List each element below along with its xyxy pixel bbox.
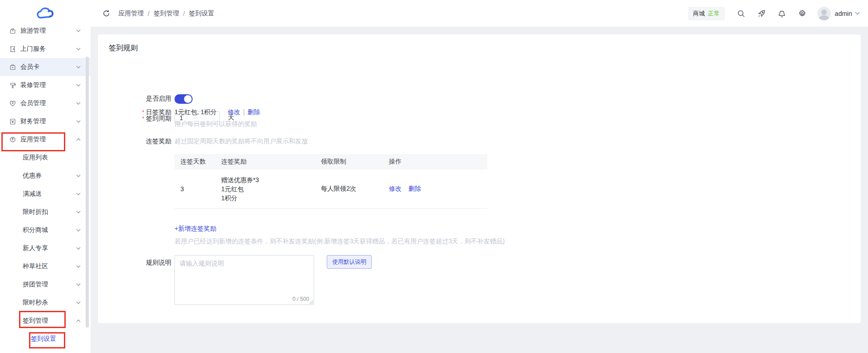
streak-reward-note: 若用户已经达到新增的连签条件，则不补发连奖励(例:新增连签3天获得赠品，若已有用… <box>175 237 582 246</box>
table-col-header-2: 连签奖励 <box>221 158 321 166</box>
breadcrumb-item-2[interactable]: 签到管理 <box>154 10 179 18</box>
rule-desc-field: 0 / 500 <box>175 255 314 305</box>
sidebar-item-label: 旅游管理 <box>20 27 46 35</box>
breadcrumb-separator: / <box>183 10 185 17</box>
sidebar-item-2[interactable]: 上门服务 <box>0 40 91 58</box>
sidebar-item-9[interactable]: 优惠券 <box>0 167 91 185</box>
sidebar-item-label: 优惠券 <box>23 172 42 180</box>
cell-days: 3 <box>175 185 221 193</box>
sidebar-scrollbar-thumb[interactable] <box>86 57 89 328</box>
decoration-icon <box>9 82 16 89</box>
avatar[interactable] <box>817 7 831 20</box>
table-col-header-3: 领取限制 <box>321 158 389 166</box>
sidebar-item-4[interactable]: 装修管理 <box>0 76 91 94</box>
sidebar-item-12[interactable]: 积分商城 <box>0 221 91 239</box>
chevron-down-icon <box>76 48 81 50</box>
sidebar-item-label: 限时秒杀 <box>23 299 48 307</box>
daily-delete-link[interactable]: 删除 <box>247 108 260 116</box>
sidebar-item-8[interactable]: 应用列表 <box>0 149 91 167</box>
chevron-down-icon <box>76 193 81 195</box>
char-counter: 0 / 500 <box>292 296 309 302</box>
toggle-knob <box>184 95 192 103</box>
sidebar-item-6[interactable]: 财务管理 <box>0 112 91 131</box>
daily-reward-value: 1元红包, 1积分 <box>175 108 217 116</box>
chevron-up-icon <box>76 319 81 322</box>
sidebar-item-17[interactable]: 签到管理 <box>0 312 91 330</box>
breadcrumb-item-1[interactable]: 应用管理 <box>118 10 144 18</box>
breadcrumb-separator: / <box>148 10 150 17</box>
refresh-icon[interactable] <box>102 10 110 17</box>
streak-reward-help: 超过固定周期天数的奖励将不向用户展示和发放 <box>175 137 308 145</box>
sidebar-item-label: 会员卡 <box>20 63 39 71</box>
cloud-logo <box>35 7 56 20</box>
sidebar-item-label: 应用管理 <box>20 135 46 144</box>
chevron-up-icon <box>76 138 81 141</box>
sidebar-item-label: 限时折扣 <box>23 208 48 216</box>
sidebar-item-label: 种草社区 <box>23 262 48 271</box>
shop-name: 商城 <box>693 10 705 18</box>
chevron-down-icon <box>76 29 81 32</box>
use-default-desc-button[interactable]: 使用默认说明 <box>327 255 372 269</box>
sidebar-item-label: 签到设置 <box>31 335 56 343</box>
chevron-down-icon <box>76 120 81 123</box>
daily-reward-help: 用户每日签到可以获得的奖励 <box>175 120 257 128</box>
rocket-icon[interactable] <box>757 10 766 18</box>
chevron-down-icon <box>76 174 81 177</box>
chevron-down-icon <box>76 301 81 304</box>
page-title: 签到规则 <box>109 44 138 53</box>
username: admin <box>835 10 852 17</box>
breadcrumb-item-3[interactable]: 签到设置 <box>189 10 214 18</box>
cell-limit: 每人限领2次 <box>321 185 389 193</box>
row-delete-link[interactable]: 删除 <box>408 185 421 192</box>
breadcrumb: 应用管理/签到管理/签到设置 <box>118 10 214 18</box>
chevron-down-icon <box>76 84 81 87</box>
sidebar-item-label: 应用列表 <box>23 154 48 162</box>
streak-reward-table: 连签天数连签奖励领取限制操作 3赠送优惠券*31元红包1积分每人限领2次修改删除 <box>175 154 487 209</box>
chevron-down-icon <box>76 229 81 232</box>
sidebar-item-label: 装修管理 <box>20 81 46 89</box>
user-menu-chevron-down-icon[interactable] <box>855 12 860 15</box>
sidebar-item-5[interactable]: 会员管理 <box>0 94 91 112</box>
add-streak-reward-link[interactable]: +新增连签奖励 <box>175 225 216 233</box>
sidebar-item-18[interactable]: 签到设置 <box>0 330 91 348</box>
sidebar-item-label: 拼团管理 <box>23 280 48 289</box>
avatar-head <box>821 10 827 15</box>
sidebar-item-15[interactable]: 拼团管理 <box>0 276 91 294</box>
search-icon[interactable] <box>737 10 745 18</box>
sidebar-item-10[interactable]: 满减送 <box>0 185 91 203</box>
app-icon <box>9 136 16 143</box>
action-separator: | <box>243 108 245 116</box>
daily-edit-link[interactable]: 修改 <box>228 108 240 116</box>
avatar-body <box>819 15 829 20</box>
gear-icon[interactable] <box>798 10 806 18</box>
reward-line: 1积分 <box>221 193 321 203</box>
sidebar-menu: 旅游管理上门服务会员卡装修管理会员管理财务管理应用管理应用列表优惠券满减送限时折… <box>0 22 91 348</box>
top-header: 应用管理/签到管理/签到设置 商城 正常 <box>91 0 868 27</box>
cell-actions: 修改删除 <box>389 185 439 193</box>
finance-icon <box>9 118 16 125</box>
sidebar-item-3[interactable]: 会员卡 <box>0 58 91 76</box>
bell-icon[interactable] <box>778 10 786 18</box>
daily-reward-label: 日签奖励 <box>98 108 171 116</box>
chevron-down-icon <box>76 211 81 213</box>
row-edit-link[interactable]: 修改 <box>389 185 402 192</box>
table-col-header-4: 操作 <box>389 158 439 166</box>
reward-line: 赠送优惠券*3 <box>221 175 321 184</box>
sidebar-item-14[interactable]: 种草社区 <box>0 257 91 276</box>
sidebar-item-16[interactable]: 限时秒杀 <box>0 294 91 312</box>
sidebar-item-13[interactable]: 新人专享 <box>0 239 91 257</box>
logo-area <box>0 0 91 27</box>
sidebar-item-label: 积分商城 <box>23 226 48 234</box>
sidebar-item-7[interactable]: 应用管理 <box>0 131 91 149</box>
sidebar: 旅游管理上门服务会员卡装修管理会员管理财务管理应用管理应用列表优惠券满减送限时折… <box>0 0 91 353</box>
shop-status-badge[interactable]: 商城 正常 <box>688 7 725 20</box>
travel-icon <box>9 27 16 34</box>
sidebar-item-label: 满减送 <box>23 190 42 198</box>
table-row: 3赠送优惠券*31元红包1积分每人限领2次修改删除 <box>175 169 487 209</box>
enable-toggle[interactable] <box>175 94 193 104</box>
shop-status: 正常 <box>708 10 720 18</box>
chevron-down-icon <box>76 283 81 286</box>
rule-desc-label: 规则说明 <box>98 259 171 267</box>
sidebar-item-11[interactable]: 限时折扣 <box>0 203 91 221</box>
reward-line: 1元红包 <box>221 184 321 193</box>
